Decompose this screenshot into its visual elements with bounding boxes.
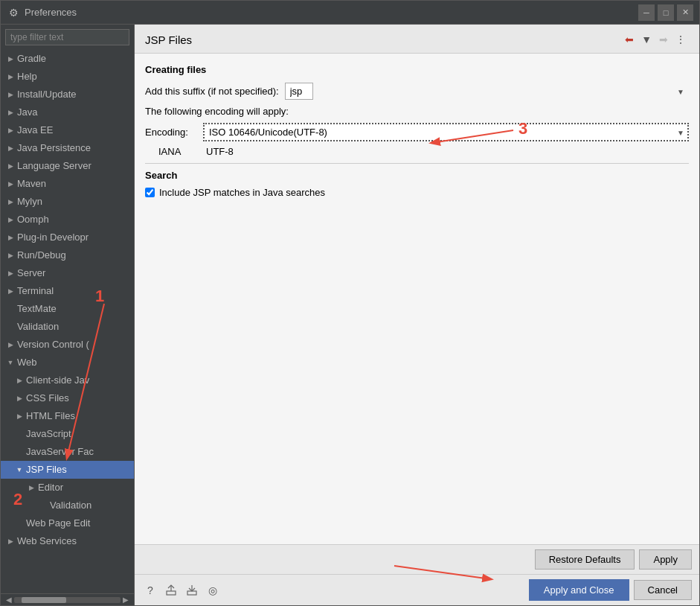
sidebar-item-plugin-dev[interactable]: Plug-in Developr: [1, 229, 134, 246]
scrollbar-track[interactable]: [14, 597, 121, 603]
bottom-bar: ?: [135, 574, 699, 605]
arrow-icon: [7, 284, 14, 299]
sidebar-item-label: Help: [17, 69, 37, 84]
arrow-icon: [7, 141, 14, 156]
filter-input[interactable]: [5, 29, 129, 45]
sidebar-item-editor[interactable]: Editor: [1, 479, 134, 497]
sidebar-item-language-server[interactable]: Language Server: [1, 157, 134, 175]
sidebar-item-label: Java Persistence: [17, 141, 91, 156]
sidebar-item-label: Maven: [17, 176, 46, 191]
dropdown-button[interactable]: ▼: [638, 32, 655, 47]
encoding-select[interactable]: ISO 10646/Unicode(UTF-8) UTF-8 US-ASCII: [203, 123, 689, 141]
apply-and-close-button[interactable]: Apply and Close: [529, 579, 629, 601]
arrow-icon: [16, 391, 23, 406]
scroll-left-arrow[interactable]: ◀: [4, 596, 14, 604]
creating-files-section-title: Creating files: [145, 64, 689, 75]
sidebar-item-install-update[interactable]: Install/Update: [1, 86, 134, 103]
settings-icon-button[interactable]: ◎: [205, 582, 221, 599]
sidebar-item-validation-child[interactable]: Validation: [1, 497, 134, 514]
sidebar-item-label: Server: [17, 266, 45, 281]
arrow-icon: [7, 87, 14, 102]
arrow-icon: [7, 69, 14, 84]
title-bar: ⚙ Preferences ─ □ ✕: [1, 1, 699, 25]
import-icon-button[interactable]: [184, 582, 200, 599]
sidebar-item-label: Mylyn: [17, 194, 42, 209]
sidebar-item-css-files[interactable]: CSS Files: [1, 389, 134, 407]
arrow-icon: [7, 355, 14, 370]
arrow-icon: [16, 462, 23, 477]
sidebar-item-label: Gradle: [17, 51, 46, 66]
minimize-button[interactable]: ─: [638, 4, 655, 21]
sidebar-item-client-side-java[interactable]: Client-side Jav: [1, 371, 134, 389]
sidebar-item-terminal[interactable]: Terminal: [1, 282, 134, 300]
import-icon: [186, 584, 198, 596]
arrow-icon: [7, 176, 14, 191]
sidebar-item-java-persistence[interactable]: Java Persistence: [1, 139, 134, 157]
bottom-right-buttons: Apply and Close Cancel: [529, 579, 692, 601]
suffix-select[interactable]: jsp jspx: [285, 83, 313, 100]
checkbox-label: Include JSP matches in Java searches: [159, 187, 325, 198]
sidebar-item-maven[interactable]: Maven: [1, 175, 134, 193]
scrollbar-thumb[interactable]: [22, 597, 66, 603]
encoding-select-wrapper: ISO 10646/Unicode(UTF-8) UTF-8 US-ASCII: [203, 123, 689, 141]
sidebar-item-help[interactable]: Help: [1, 68, 134, 86]
back-button[interactable]: ⬅: [622, 32, 637, 47]
sidebar-item-javascript[interactable]: JavaScript: [1, 425, 134, 443]
sidebar-item-label: TextMate: [17, 302, 57, 316]
checkbox-row: Include JSP matches in Java searches: [145, 187, 689, 198]
sidebar-item-label: Web: [17, 355, 37, 370]
sidebar-item-html-files[interactable]: HTML Files: [1, 407, 134, 425]
iana-label: IANA: [148, 146, 200, 157]
sidebar-item-jsp-files[interactable]: JSP Files: [1, 461, 134, 479]
sidebar-item-server[interactable]: Server: [1, 264, 134, 282]
sidebar-item-gradle[interactable]: Gradle: [1, 50, 134, 68]
horizontal-scrollbar[interactable]: ◀ ▶: [1, 593, 134, 605]
apply-button[interactable]: Apply: [639, 549, 692, 570]
export-icon-button[interactable]: [163, 582, 179, 599]
sidebar-item-web-services[interactable]: Web Services: [1, 532, 134, 550]
sidebar-item-textmate[interactable]: TextMate: [1, 300, 134, 318]
forward-button[interactable]: ➡: [656, 32, 671, 47]
sidebar-item-javaserver-fac[interactable]: JavaServer Fac: [1, 443, 134, 461]
apply-restore-bar: Restore Defaults Apply: [135, 544, 699, 574]
help-icon-button[interactable]: ?: [142, 582, 158, 599]
sidebar-item-validation[interactable]: Validation: [1, 318, 134, 336]
app-icon: ⚙: [7, 6, 20, 19]
nav-buttons: ⬅ ▼ ➡ ⋮: [622, 32, 689, 47]
sidebar-item-label: HTML Files: [26, 409, 75, 424]
menu-button[interactable]: ⋮: [672, 32, 689, 47]
sidebar-item-label: JavaScript: [26, 427, 71, 441]
sidebar-item-label: Editor: [38, 480, 63, 495]
content-area: JSP Files ⬅ ▼ ➡ ⋮ Creating files Add thi…: [135, 25, 699, 605]
sidebar-item-run-debug[interactable]: Run/Debug: [1, 246, 134, 264]
sidebar-item-web-page-editor[interactable]: Web Page Edit: [1, 514, 134, 532]
sidebar-item-label: JavaServer Fac: [26, 444, 94, 459]
arrow-icon: [7, 266, 14, 281]
sidebar-item-label: Validation: [17, 319, 59, 334]
sidebar-item-label: JSP Files: [26, 462, 67, 477]
content-body: Creating files Add this suffix (if not s…: [135, 54, 699, 544]
sidebar-item-java[interactable]: Java: [1, 103, 134, 121]
arrow-icon: [7, 159, 14, 173]
sidebar-item-java-ee[interactable]: Java EE: [1, 121, 134, 139]
sidebar-item-label: Run/Debug: [17, 248, 66, 263]
sidebar-item-oomph[interactable]: Oomph: [1, 211, 134, 229]
sidebar-item-label: Java EE: [17, 123, 53, 138]
sidebar-item-mylyn[interactable]: Mylyn: [1, 193, 134, 211]
jsp-matches-checkbox[interactable]: [145, 188, 155, 197]
sidebar-item-label: Oomph: [17, 212, 49, 227]
sidebar-item-version-control[interactable]: Version Control (: [1, 336, 134, 354]
close-button[interactable]: ✕: [677, 4, 693, 21]
window-title: Preferences: [25, 7, 638, 18]
export-icon: [165, 584, 177, 596]
sidebar-item-web[interactable]: Web: [1, 354, 134, 371]
sidebar-item-label: Language Server: [17, 159, 91, 173]
arrow-icon: [16, 373, 23, 388]
bottom-icons: ?: [142, 582, 221, 599]
maximize-button[interactable]: □: [658, 4, 674, 21]
sidebar-item-label: Java: [17, 105, 37, 120]
restore-defaults-button[interactable]: Restore Defaults: [535, 549, 635, 570]
encoding-row: Encoding: ISO 10646/Unicode(UTF-8) UTF-8…: [145, 123, 689, 141]
cancel-button[interactable]: Cancel: [634, 580, 692, 600]
scroll-right-arrow[interactable]: ▶: [121, 596, 131, 604]
